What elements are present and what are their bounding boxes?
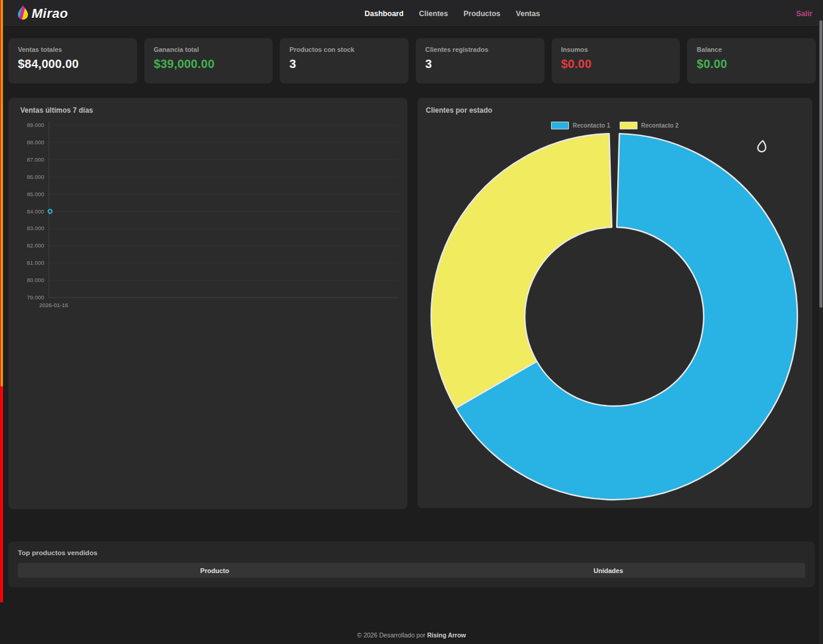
- y-tick-label: 88.000: [27, 139, 44, 145]
- stat-card: Ventas totales$84,000.00: [8, 38, 137, 83]
- donut-chart-title: Clientes por estado: [426, 106, 492, 114]
- stat-card: Insumos$0.00: [552, 38, 680, 83]
- stat-card: Balance$0.00: [687, 38, 816, 83]
- y-tick-label: 89.000: [27, 122, 44, 128]
- brand-logo-drop-icon: [18, 5, 28, 22]
- legend-item-recontacto-2[interactable]: Recontacto 2: [620, 122, 679, 129]
- stat-label: Clientes registrados: [425, 46, 535, 53]
- stat-value: $39,000.00: [154, 57, 264, 71]
- footer: © 2026 Desarrollado por Rising Arrow: [0, 631, 823, 639]
- nav-link-ventas[interactable]: Ventas: [516, 10, 540, 18]
- legend-label: Recontacto 2: [641, 122, 679, 129]
- top-products-title: Top productos vendidos: [18, 549, 805, 556]
- brand[interactable]: Mirao: [18, 0, 68, 27]
- stat-label: Ganancia total: [154, 46, 264, 53]
- scrollbar-thumb[interactable]: [819, 20, 822, 308]
- y-tick-label: 85.000: [27, 191, 44, 197]
- stat-label: Ventas totales: [18, 46, 128, 53]
- nav-link-productos[interactable]: Productos: [463, 10, 500, 18]
- line-chart-title: Ventas últimos 7 días: [20, 106, 93, 114]
- sales-line-chart[interactable]: 89.00088.00087.00086.00085.00084.00083.0…: [12, 116, 403, 414]
- stat-label: Balance: [697, 46, 806, 53]
- nav-links: DashboardClientesProductosVentas: [364, 0, 540, 27]
- stat-card: Productos con stock3: [280, 38, 409, 83]
- y-tick-label: 84.000: [27, 208, 44, 215]
- y-tick-label: 82.000: [27, 242, 44, 249]
- legend-item-recontacto-1[interactable]: Recontacto 1: [551, 122, 610, 129]
- stats-row: Ventas totales$84,000.00Ganancia total$3…: [8, 38, 816, 83]
- y-tick-label: 83.000: [27, 225, 44, 231]
- navbar: Mirao DashboardClientesProductosVentas S…: [0, 0, 823, 27]
- y-tick-label: 80.000: [27, 277, 44, 283]
- donut-legend: Recontacto 1Recontacto 2: [417, 122, 812, 129]
- column-header-producto: Producto: [18, 567, 412, 574]
- logout-link[interactable]: Salir: [796, 0, 812, 27]
- y-tick-label: 79.000: [27, 294, 44, 301]
- footer-brand: Rising Arrow: [427, 631, 466, 639]
- y-tick-label: 87.000: [27, 156, 44, 163]
- stat-value: $84,000.00: [18, 57, 128, 71]
- y-tick-label: 86.000: [27, 174, 44, 180]
- stat-value: $0.00: [561, 57, 671, 71]
- stat-card: Clientes registrados3: [416, 38, 544, 83]
- x-tick-label: 2026-01-16: [39, 302, 69, 308]
- donut-segment-recontacto-2[interactable]: [431, 134, 612, 408]
- nav-link-clientes[interactable]: Clientes: [419, 10, 448, 18]
- clients-donut-chart-card: Clientes por estado Recontacto 1Recontac…: [417, 98, 812, 508]
- clients-donut-chart[interactable]: [429, 132, 799, 501]
- stat-value: 3: [289, 57, 399, 71]
- stat-card: Ganancia total$39,000.00: [144, 38, 273, 83]
- stat-value: 3: [425, 57, 535, 71]
- stat-value: $0.00: [697, 57, 806, 71]
- brand-name: Mirao: [32, 6, 68, 21]
- charts-row: Ventas últimos 7 días 89.00088.00087.000…: [8, 98, 812, 509]
- footer-copyright: © 2026 Desarrollado por: [357, 631, 426, 639]
- mouse-cursor-icon: [755, 139, 771, 158]
- sales-line-chart-card: Ventas últimos 7 días 89.00088.00087.000…: [8, 98, 407, 509]
- legend-label: Recontacto 1: [573, 122, 610, 129]
- stat-label: Insumos: [561, 46, 671, 53]
- top-products-card: Top productos vendidos ProductoUnidades: [8, 541, 815, 587]
- top-products-table-header: ProductoUnidades: [18, 563, 805, 578]
- column-header-unidades: Unidades: [412, 567, 805, 574]
- y-tick-label: 81.000: [27, 259, 44, 266]
- legend-swatch: [620, 122, 638, 129]
- screen-edge-artifact: [0, 0, 3, 602]
- stat-label: Productos con stock: [289, 46, 399, 53]
- nav-link-dashboard[interactable]: Dashboard: [364, 10, 403, 18]
- page-scrollbar[interactable]: [819, 0, 823, 644]
- legend-swatch: [551, 122, 569, 129]
- line-chart-data-point[interactable]: [48, 209, 52, 213]
